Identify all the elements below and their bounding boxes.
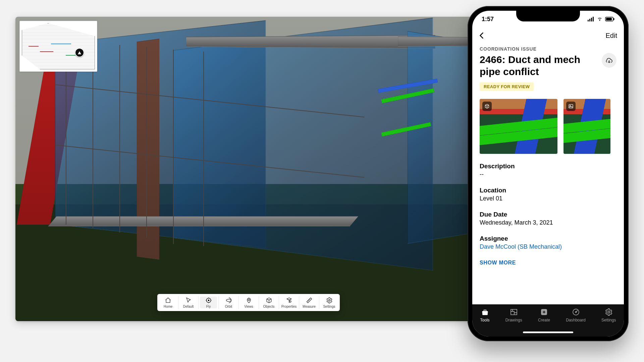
tab-create[interactable]: Create — [538, 308, 550, 322]
toolbar-label: Fly — [206, 305, 211, 308]
section-assignee: Assignee Dave McCool (SB Mechanical) — [480, 235, 616, 250]
svg-point-19 — [575, 311, 576, 312]
toolbar-label: Properties — [281, 305, 297, 308]
location-label: Location — [480, 187, 616, 194]
svg-rect-12 — [606, 18, 612, 20]
toolbar-default[interactable]: Default — [178, 296, 198, 309]
svg-point-10 — [599, 20, 600, 21]
toolbox-icon — [481, 308, 489, 316]
model-viewer[interactable]: Home Default Fly Orbit Views — [15, 17, 482, 321]
status-time: 1:57 — [482, 16, 494, 23]
orbit-icon — [225, 297, 232, 304]
assignee-label: Assignee — [480, 235, 616, 242]
viewer-toolbar: Home Default Fly Orbit Views — [157, 294, 340, 311]
due-date-label: Due Date — [480, 211, 616, 218]
edit-button[interactable]: Edit — [606, 32, 617, 40]
gauge-icon — [572, 308, 580, 316]
views-icon — [245, 297, 253, 304]
toolbar-orbit[interactable]: Orbit — [218, 296, 238, 309]
tab-label: Drawings — [505, 318, 522, 322]
download-cloud-button[interactable] — [602, 53, 616, 68]
show-more-button[interactable]: SHOW MORE — [480, 260, 516, 266]
issue-category: COORDINATION ISSUE — [480, 46, 616, 52]
measure-icon — [306, 297, 313, 304]
toolbar-label: Default — [183, 305, 194, 308]
tab-drawings[interactable]: Drawings — [505, 308, 522, 322]
cloud-download-icon — [605, 56, 613, 64]
attachment-3d[interactable] — [480, 99, 557, 154]
toolbar-label: Views — [244, 305, 253, 308]
cube-icon — [482, 102, 492, 111]
attachment-image[interactable] — [564, 99, 610, 154]
svg-point-1 — [208, 300, 209, 301]
svg-rect-9 — [593, 17, 594, 21]
gear-icon — [326, 297, 333, 304]
fly-icon — [205, 297, 212, 304]
toolbar-label: Settings — [323, 305, 335, 308]
issue-title: 2466: Duct and mech pipe conflict — [480, 54, 598, 78]
minimap[interactable] — [19, 21, 97, 72]
wifi-icon — [596, 17, 603, 21]
tab-settings[interactable]: Settings — [601, 308, 616, 322]
status-badge: READY FOR REVIEW — [480, 82, 534, 91]
nav-bar: Edit — [472, 27, 624, 44]
gear-icon — [604, 308, 613, 316]
svg-rect-13 — [613, 18, 614, 20]
svg-rect-8 — [591, 18, 592, 21]
home-indicator[interactable] — [523, 331, 573, 333]
phone-screen: 1:57 Edit COORDINATION ISSUE — [472, 11, 624, 337]
issue-detail: COORDINATION ISSUE 2466: Duct and mech p… — [472, 44, 624, 266]
tab-dashboard[interactable]: Dashboard — [566, 308, 586, 322]
tab-label: Tools — [480, 318, 490, 322]
toolbar-label: Orbit — [225, 305, 232, 308]
toolbar-views[interactable]: Views — [238, 296, 259, 309]
svg-point-5 — [328, 300, 330, 301]
toolbar-measure[interactable]: Measure — [299, 296, 319, 309]
plus-icon — [540, 308, 548, 316]
battery-icon — [605, 17, 614, 21]
chevron-left-icon — [478, 31, 486, 40]
phone-notch — [516, 11, 580, 21]
svg-rect-7 — [589, 19, 590, 21]
home-icon — [164, 297, 172, 304]
toolbar-objects[interactable]: Objects — [259, 296, 279, 309]
section-due-date: Due Date Wednesday, March 3, 2021 — [480, 211, 616, 226]
toolbar-settings[interactable]: Settings — [319, 296, 339, 309]
svg-point-4 — [289, 301, 291, 302]
toolbar-label: Measure — [303, 305, 316, 308]
image-icon — [566, 102, 576, 111]
description-label: Description — [480, 163, 616, 170]
toolbar-home[interactable]: Home — [158, 296, 178, 309]
location-value: Level 01 — [480, 195, 616, 202]
description-value: -- — [480, 171, 616, 178]
svg-rect-6 — [588, 20, 589, 21]
section-description: Description -- — [480, 163, 616, 178]
phone-mockup: 1:57 Edit COORDINATION ISSUE — [468, 6, 629, 341]
minimap-camera-marker[interactable] — [75, 48, 84, 57]
toolbar-label: Home — [164, 305, 173, 308]
toolbar-fly[interactable]: Fly — [198, 296, 218, 309]
toolbar-properties[interactable]: Properties — [279, 296, 299, 309]
svg-point-3 — [248, 299, 250, 301]
properties-icon — [285, 297, 293, 304]
cursor-icon — [185, 297, 192, 304]
svg-rect-16 — [511, 309, 517, 315]
svg-point-2 — [226, 299, 231, 302]
tab-label: Dashboard — [566, 318, 586, 322]
drawings-icon — [509, 308, 518, 316]
tab-label: Create — [538, 318, 550, 322]
due-date-value: Wednesday, March 3, 2021 — [480, 219, 616, 226]
attachment-thumbnails — [480, 99, 616, 154]
svg-point-20 — [608, 311, 610, 313]
signal-icon — [588, 17, 594, 21]
floorplan-thumbnail — [22, 23, 95, 69]
tab-label: Settings — [601, 318, 616, 322]
assignee-link[interactable]: Dave McCool (SB Mechanical) — [480, 243, 616, 250]
back-button[interactable] — [478, 31, 486, 40]
svg-rect-14 — [569, 105, 573, 108]
tab-bar: Tools Drawings Create Dashboard — [472, 304, 624, 337]
section-location: Location Level 01 — [480, 187, 616, 202]
toolbar-label: Objects — [263, 305, 275, 308]
objects-icon — [265, 297, 273, 304]
tab-tools[interactable]: Tools — [480, 308, 490, 322]
